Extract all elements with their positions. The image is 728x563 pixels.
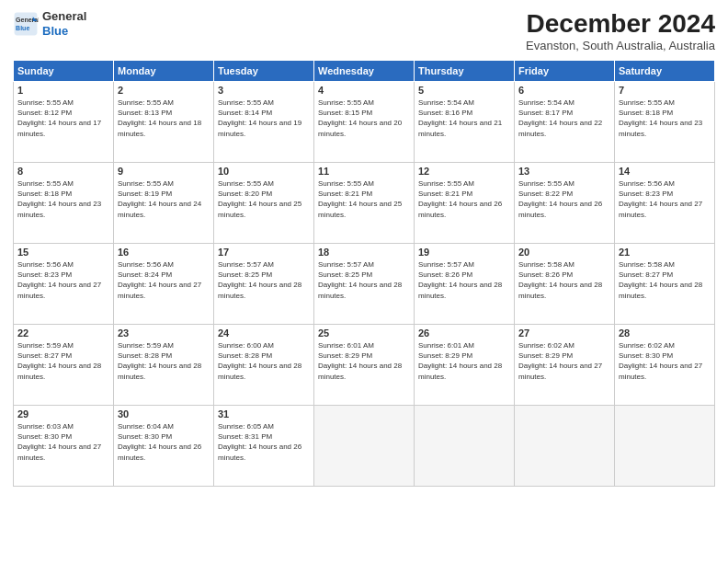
col-thursday: Thursday	[415, 61, 515, 82]
month-title: December 2024	[526, 9, 715, 39]
calendar-row: 22 Sunrise: 5:59 AMSunset: 8:27 PMDaylig…	[14, 325, 715, 406]
col-tuesday: Tuesday	[214, 61, 314, 82]
day-cell-26: 26 Sunrise: 6:01 AMSunset: 8:29 PMDaylig…	[415, 325, 515, 406]
day-cell-21: 21 Sunrise: 5:58 AMSunset: 8:27 PMDaylig…	[615, 244, 715, 325]
day-cell-22: 22 Sunrise: 5:59 AMSunset: 8:27 PMDaylig…	[14, 325, 114, 406]
empty-cell	[515, 406, 615, 487]
day-info: Sunrise: 6:02 AMSunset: 8:29 PMDaylight:…	[518, 340, 610, 382]
svg-text:Blue: Blue	[16, 25, 29, 31]
day-cell-2: 2 Sunrise: 5:55 AMSunset: 8:13 PMDayligh…	[114, 82, 214, 163]
day-info: Sunrise: 5:55 AMSunset: 8:13 PMDaylight:…	[118, 98, 210, 139]
day-info: Sunrise: 5:55 AMSunset: 8:21 PMDaylight:…	[418, 178, 510, 220]
day-number: 16	[118, 247, 210, 258]
day-number: 3	[218, 85, 310, 96]
day-info: Sunrise: 5:57 AMSunset: 8:26 PMDaylight:…	[418, 259, 510, 301]
day-cell-14: 14 Sunrise: 5:56 AMSunset: 8:23 PMDaylig…	[615, 163, 715, 244]
day-cell-27: 27 Sunrise: 6:02 AMSunset: 8:29 PMDaylig…	[515, 325, 615, 406]
day-number: 2	[118, 85, 210, 96]
calendar-body: 1 Sunrise: 5:55 AMSunset: 8:12 PMDayligh…	[14, 82, 715, 487]
day-number: 27	[518, 327, 610, 339]
calendar-row: 15 Sunrise: 5:56 AMSunset: 8:23 PMDaylig…	[14, 244, 715, 325]
day-cell-31: 31 Sunrise: 6:05 AMSunset: 8:31 PMDaylig…	[214, 406, 314, 487]
day-number: 22	[17, 327, 109, 339]
day-info: Sunrise: 5:59 AMSunset: 8:28 PMDaylight:…	[118, 340, 210, 382]
day-cell-1: 1 Sunrise: 5:55 AMSunset: 8:12 PMDayligh…	[14, 82, 114, 163]
day-info: Sunrise: 5:57 AMSunset: 8:25 PMDaylight:…	[218, 259, 310, 301]
day-cell-7: 7 Sunrise: 5:55 AMSunset: 8:18 PMDayligh…	[615, 82, 715, 163]
day-number: 26	[418, 327, 510, 339]
day-info: Sunrise: 5:55 AMSunset: 8:14 PMDaylight:…	[218, 98, 310, 139]
day-number: 18	[318, 247, 410, 258]
col-saturday: Saturday	[615, 61, 715, 82]
page: General Blue General Blue December 2024 …	[0, 0, 728, 563]
logo-blue: Blue	[42, 24, 68, 38]
day-cell-12: 12 Sunrise: 5:55 AMSunset: 8:21 PMDaylig…	[415, 163, 515, 244]
day-info: Sunrise: 6:03 AMSunset: 8:30 PMDaylight:…	[17, 421, 109, 463]
col-sunday: Sunday	[14, 61, 114, 82]
day-cell-4: 4 Sunrise: 5:55 AMSunset: 8:15 PMDayligh…	[314, 82, 415, 163]
day-info: Sunrise: 6:01 AMSunset: 8:29 PMDaylight:…	[418, 340, 510, 382]
empty-cell	[415, 406, 515, 487]
day-info: Sunrise: 6:05 AMSunset: 8:31 PMDaylight:…	[218, 421, 310, 463]
day-number: 25	[318, 327, 410, 339]
day-number: 10	[218, 166, 310, 177]
day-cell-23: 23 Sunrise: 5:59 AMSunset: 8:28 PMDaylig…	[114, 325, 214, 406]
day-cell-5: 5 Sunrise: 5:54 AMSunset: 8:16 PMDayligh…	[415, 82, 515, 163]
day-cell-11: 11 Sunrise: 5:55 AMSunset: 8:21 PMDaylig…	[314, 163, 415, 244]
day-number: 1	[17, 85, 109, 96]
day-number: 13	[518, 166, 610, 177]
empty-cell	[314, 406, 415, 487]
day-info: Sunrise: 5:58 AMSunset: 8:27 PMDaylight:…	[619, 259, 711, 301]
day-cell-9: 9 Sunrise: 5:55 AMSunset: 8:19 PMDayligh…	[114, 163, 214, 244]
day-info: Sunrise: 5:57 AMSunset: 8:25 PMDaylight:…	[318, 259, 410, 301]
day-info: Sunrise: 5:56 AMSunset: 8:23 PMDaylight:…	[17, 259, 109, 301]
day-number: 12	[418, 166, 510, 177]
day-number: 17	[218, 247, 310, 258]
day-info: Sunrise: 5:55 AMSunset: 8:18 PMDaylight:…	[619, 98, 711, 139]
day-number: 24	[218, 327, 310, 339]
day-number: 30	[118, 408, 210, 419]
calendar-row: 29 Sunrise: 6:03 AMSunset: 8:30 PMDaylig…	[14, 406, 715, 487]
day-cell-16: 16 Sunrise: 5:56 AMSunset: 8:24 PMDaylig…	[114, 244, 214, 325]
location: Evanston, South Australia, Australia	[526, 39, 715, 52]
day-info: Sunrise: 5:55 AMSunset: 8:20 PMDaylight:…	[218, 178, 310, 220]
logo-icon: General Blue	[13, 11, 39, 37]
day-number: 15	[17, 247, 109, 258]
day-info: Sunrise: 5:55 AMSunset: 8:21 PMDaylight:…	[318, 178, 410, 220]
day-info: Sunrise: 5:55 AMSunset: 8:18 PMDaylight:…	[17, 178, 109, 220]
day-cell-17: 17 Sunrise: 5:57 AMSunset: 8:25 PMDaylig…	[214, 244, 314, 325]
logo-general: General	[42, 9, 86, 23]
day-info: Sunrise: 5:56 AMSunset: 8:24 PMDaylight:…	[118, 259, 210, 301]
day-info: Sunrise: 6:01 AMSunset: 8:29 PMDaylight:…	[318, 340, 410, 382]
day-info: Sunrise: 5:55 AMSunset: 8:15 PMDaylight:…	[318, 98, 410, 139]
day-info: Sunrise: 5:59 AMSunset: 8:27 PMDaylight:…	[17, 340, 109, 382]
day-cell-24: 24 Sunrise: 6:00 AMSunset: 8:28 PMDaylig…	[214, 325, 314, 406]
day-number: 5	[418, 85, 510, 96]
day-number: 14	[619, 166, 711, 177]
title-block: December 2024 Evanston, South Australia,…	[526, 9, 715, 52]
day-cell-29: 29 Sunrise: 6:03 AMSunset: 8:30 PMDaylig…	[14, 406, 114, 487]
day-cell-30: 30 Sunrise: 6:04 AMSunset: 8:30 PMDaylig…	[114, 406, 214, 487]
day-number: 9	[118, 166, 210, 177]
col-monday: Monday	[114, 61, 214, 82]
day-cell-3: 3 Sunrise: 5:55 AMSunset: 8:14 PMDayligh…	[214, 82, 314, 163]
day-number: 6	[518, 85, 610, 96]
day-number: 7	[619, 85, 711, 96]
day-number: 29	[17, 408, 109, 419]
day-cell-6: 6 Sunrise: 5:54 AMSunset: 8:17 PMDayligh…	[515, 82, 615, 163]
col-wednesday: Wednesday	[314, 61, 415, 82]
calendar-table: Sunday Monday Tuesday Wednesday Thursday…	[13, 60, 715, 487]
logo-text: General Blue	[42, 9, 86, 38]
day-cell-28: 28 Sunrise: 6:02 AMSunset: 8:30 PMDaylig…	[615, 325, 715, 406]
day-info: Sunrise: 6:00 AMSunset: 8:28 PMDaylight:…	[218, 340, 310, 382]
empty-cell	[615, 406, 715, 487]
day-info: Sunrise: 6:02 AMSunset: 8:30 PMDaylight:…	[619, 340, 711, 382]
day-info: Sunrise: 5:55 AMSunset: 8:12 PMDaylight:…	[17, 98, 109, 139]
day-number: 8	[17, 166, 109, 177]
day-number: 31	[218, 408, 310, 419]
day-number: 4	[318, 85, 410, 96]
day-cell-15: 15 Sunrise: 5:56 AMSunset: 8:23 PMDaylig…	[14, 244, 114, 325]
header: General Blue General Blue December 2024 …	[13, 9, 715, 52]
day-info: Sunrise: 5:58 AMSunset: 8:26 PMDaylight:…	[518, 259, 610, 301]
day-number: 20	[518, 247, 610, 258]
